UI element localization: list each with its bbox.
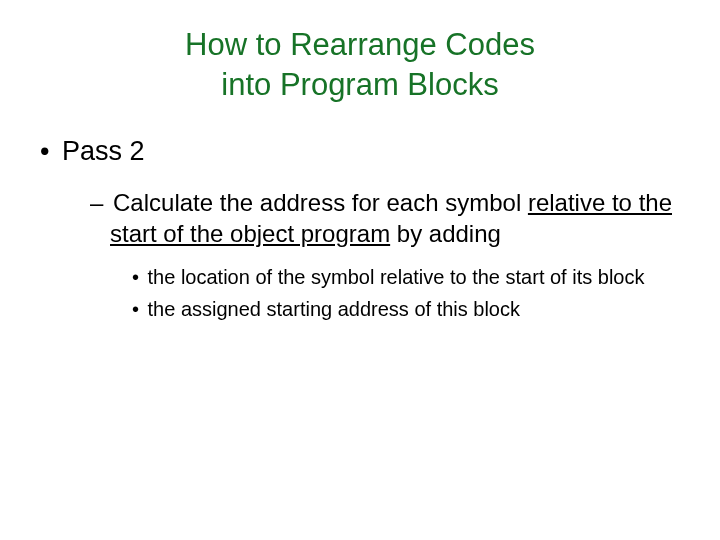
- dash-marker: –: [90, 189, 106, 216]
- title-line-2: into Program Blocks: [221, 67, 498, 102]
- title-line-1: How to Rearrange Codes: [185, 27, 535, 62]
- bullet-level-3-item-2: the assigned starting address of this bl…: [150, 296, 680, 322]
- subsub2-text: the assigned starting address of this bl…: [148, 298, 520, 320]
- subsub1-text: the location of the symbol relative to t…: [148, 266, 645, 288]
- sub1-pre-text: Calculate the address for each symbol: [106, 189, 528, 216]
- bullet-level-1: Pass 2: [60, 136, 680, 167]
- bullet-level-3-item-1: the location of the symbol relative to t…: [150, 264, 680, 290]
- slide-title: How to Rearrange Codes into Program Bloc…: [40, 25, 680, 106]
- sub1-post-text: by adding: [390, 220, 501, 247]
- bullet-level-2: – Calculate the address for each symbol …: [110, 187, 680, 249]
- bullet-1-text: Pass 2: [62, 136, 145, 166]
